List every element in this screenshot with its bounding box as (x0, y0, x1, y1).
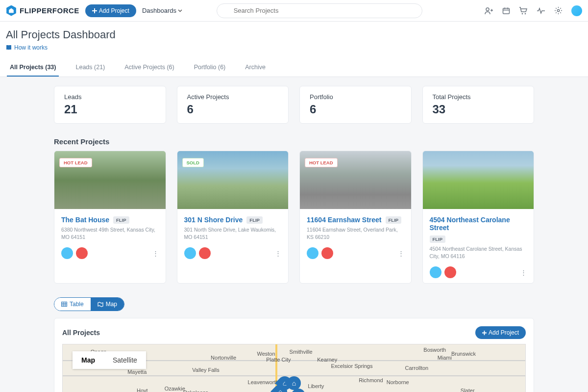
map-label: Bosworth (423, 347, 446, 353)
svg-point-1 (486, 8, 489, 11)
map-label: Miami (438, 355, 452, 361)
map-label: Brunswick (451, 351, 476, 357)
tab-active-projects[interactable]: Active Projects (6) (122, 59, 177, 77)
dashboards-dropdown[interactable]: Dashboards (142, 7, 182, 14)
assignee-avatar[interactable] (184, 247, 196, 259)
recent-projects-heading: Recent Projects (54, 137, 534, 146)
project-title[interactable]: 301 N Shore Drive (184, 216, 243, 224)
project-title[interactable]: The Bat House (61, 216, 109, 224)
project-tag: FLIP (246, 216, 263, 224)
project-address: 11604 Earnshaw Street, Overland Park, KS… (307, 226, 404, 240)
map-label: Hoyt (137, 388, 148, 392)
activity-icon[interactable] (537, 7, 545, 14)
project-address: 301 North Shore Drive, Lake Waukomis, MO… (184, 226, 282, 240)
summary-value: 6 (310, 103, 401, 116)
brand-logo[interactable]: FLIPPERFORCE (6, 5, 79, 16)
summary-label: Total Projects (433, 93, 524, 101)
project-address: 6380 Northwest 49th Street, Kansas City,… (61, 226, 159, 240)
card-menu-icon[interactable]: ⋮ (275, 250, 281, 257)
tabs: All Projects (33) Leads (21) Active Proj… (6, 59, 582, 77)
map-type-map[interactable]: Map (73, 351, 104, 369)
add-project-button[interactable]: Add Project (85, 4, 136, 17)
user-avatar[interactable] (571, 5, 582, 16)
project-tag: FLIP (113, 216, 129, 224)
svg-point-3 (522, 13, 523, 14)
map-label: Slater (461, 388, 475, 392)
map-label: Richmond (359, 377, 383, 383)
plus-icon (482, 331, 487, 335)
assignee-avatar[interactable] (61, 247, 73, 259)
card-menu-icon[interactable]: ⋮ (398, 250, 404, 257)
summary-card-portfolio[interactable]: Portfolio 6 (299, 86, 412, 124)
assignee-avatar[interactable] (430, 266, 441, 278)
summary-card-leads[interactable]: Leads 21 (54, 86, 166, 124)
map-label: Ozawkie (165, 386, 185, 392)
summary-card-active[interactable]: Active Projects 6 (177, 86, 289, 124)
map[interactable]: Kansas City Topeka Overland Park Leavenw… (62, 344, 526, 392)
assignee-avatar[interactable] (444, 266, 456, 278)
settings-icon[interactable] (554, 6, 563, 15)
summary-row: Leads 21 Active Projects 6 Portfolio 6 T… (54, 86, 534, 124)
chevron-down-icon (178, 9, 182, 12)
header-icons (485, 5, 582, 16)
how-it-works-label: How it works (14, 44, 48, 51)
plus-icon (92, 8, 97, 13)
how-it-works-link[interactable]: How it works (6, 44, 48, 51)
contacts-icon[interactable] (485, 6, 493, 15)
map-view-button[interactable]: Map (91, 298, 124, 311)
project-image (423, 151, 534, 209)
card-menu-icon[interactable]: ⋮ (520, 269, 527, 276)
summary-label: Leads (64, 93, 156, 101)
assignee-avatar[interactable] (76, 247, 88, 259)
svg-point-4 (525, 13, 526, 14)
project-card[interactable]: 4504 Northeast Carolane Street FLIP 4504… (422, 151, 535, 284)
search-input[interactable] (217, 3, 422, 18)
project-card[interactable]: HOT LEAD 11604 Earnshaw Street FLIP 1160… (299, 151, 412, 284)
project-tag: FLIP (430, 235, 446, 243)
map-label: Valley Falls (192, 367, 219, 373)
tab-leads[interactable]: Leads (21) (73, 59, 108, 77)
table-view-button[interactable]: Table (54, 298, 91, 311)
project-image: HOT LEAD (54, 151, 166, 209)
svg-rect-6 (62, 302, 67, 307)
assignee-avatar[interactable] (307, 247, 318, 259)
assignee-avatar[interactable] (321, 247, 333, 259)
summary-card-total[interactable]: Total Projects 33 (422, 86, 535, 124)
map-label: Weston (257, 351, 275, 357)
dashboards-label: Dashboards (142, 7, 176, 14)
status-badge: SOLD (182, 158, 204, 167)
search-container (217, 3, 422, 18)
map-card: All Projects Add Project Kansas City Top… (54, 318, 534, 392)
project-image: HOT LEAD (300, 151, 411, 209)
table-icon (61, 302, 67, 307)
cart-icon[interactable] (519, 7, 528, 15)
assignee-avatar[interactable] (199, 247, 211, 259)
project-title[interactable]: 11604 Earnshaw Street (307, 216, 382, 224)
svg-point-5 (557, 9, 559, 11)
tab-portfolio[interactable]: Portfolio (6) (191, 59, 229, 77)
map-label: Smithville (290, 349, 313, 355)
calendar-icon[interactable] (502, 7, 510, 15)
project-row: HOT LEAD The Bat House FLIP 6380 Northwe… (54, 151, 534, 284)
card-menu-icon[interactable]: ⋮ (152, 250, 159, 257)
project-card[interactable]: SOLD 301 N Shore Drive FLIP 301 North Sh… (177, 151, 289, 284)
add-project-label: Add Project (99, 7, 129, 14)
project-image: SOLD (177, 151, 289, 209)
title-area: All Projects Dashboard How it works All … (0, 22, 588, 77)
map-label: Liberty (308, 383, 324, 389)
project-card[interactable]: HOT LEAD The Bat House FLIP 6380 Northwe… (54, 151, 166, 284)
header: FLIPPERFORCE Add Project Dashboards (0, 0, 588, 22)
map-label: Mayetta (127, 369, 147, 375)
page-title: All Projects Dashboard (6, 28, 582, 41)
tab-archive[interactable]: Archive (242, 59, 269, 77)
map-label: Nortonville (211, 355, 236, 361)
add-project-button-secondary[interactable]: Add Project (475, 326, 526, 339)
summary-label: Active Projects (187, 93, 279, 101)
content: Leads 21 Active Projects 6 Portfolio 6 T… (0, 77, 588, 392)
project-title[interactable]: 4504 Northeast Carolane Street (430, 216, 527, 232)
logo-icon (6, 5, 17, 16)
map-type-satellite[interactable]: Satellite (104, 351, 146, 369)
tab-all-projects[interactable]: All Projects (33) (7, 59, 59, 77)
status-badge: HOT LEAD (305, 158, 338, 167)
summary-value: 21 (64, 103, 156, 116)
